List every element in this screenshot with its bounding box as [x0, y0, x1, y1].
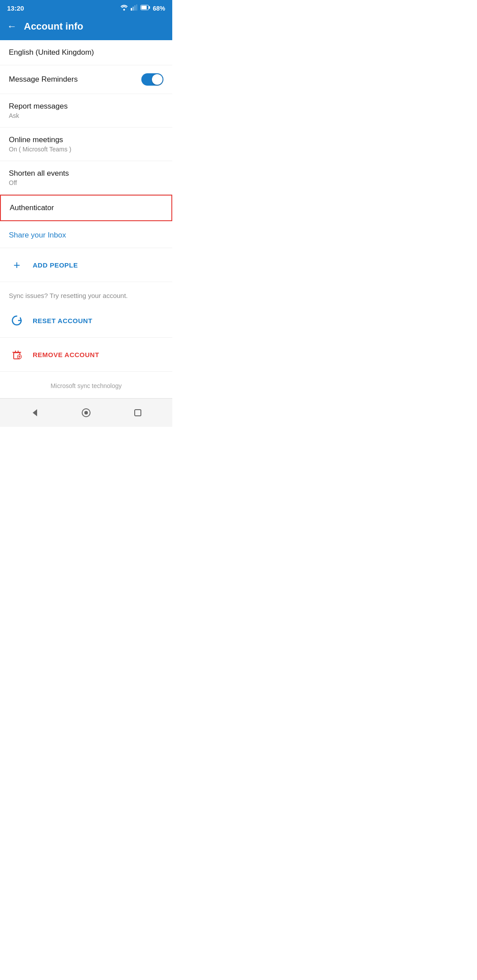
add-people-row[interactable]: + ADD PEOPLE: [0, 248, 172, 282]
svg-marker-16: [33, 409, 37, 416]
message-reminders-setting[interactable]: Message Reminders: [0, 65, 172, 94]
battery-percent: 68%: [153, 5, 165, 12]
nav-home-button[interactable]: [77, 404, 95, 422]
reset-account-icon: [9, 313, 25, 328]
svg-point-0: [123, 9, 125, 11]
remove-account-label: REMOVE ACCOUNT: [33, 351, 99, 358]
report-messages-setting[interactable]: Report messages Ask: [0, 94, 172, 128]
online-meetings-value: On ( Microsoft Teams ): [9, 146, 163, 153]
svg-rect-2: [132, 7, 134, 11]
add-people-label: ADD PEOPLE: [33, 261, 78, 269]
footer: Microsoft sync technology: [0, 372, 172, 398]
online-meetings-setting[interactable]: Online meetings On ( Microsoft Teams ): [0, 128, 172, 161]
shorten-events-label: Shorten all events: [9, 169, 163, 178]
battery-icon: [140, 5, 150, 11]
time: 13:20: [7, 4, 24, 12]
message-reminders-label: Message Reminders: [9, 75, 78, 84]
signal-icon: [131, 4, 138, 12]
language-value: English (United Kingdom): [9, 48, 163, 57]
nav-recent-button[interactable]: [129, 404, 147, 422]
svg-point-18: [84, 411, 88, 415]
svg-rect-6: [141, 6, 147, 9]
header: ← Account info: [0, 15, 172, 40]
online-meetings-label: Online meetings: [9, 136, 163, 144]
report-messages-label: Report messages: [9, 102, 163, 111]
remove-account-icon: [9, 347, 25, 362]
message-reminders-toggle[interactable]: [141, 73, 163, 86]
share-inbox-link[interactable]: Share your Inbox: [9, 231, 66, 239]
authenticator-setting[interactable]: Authenticator: [0, 195, 172, 221]
reset-account-row[interactable]: RESET ACCOUNT: [0, 304, 172, 338]
back-button[interactable]: ←: [7, 22, 17, 31]
svg-rect-4: [136, 4, 137, 11]
status-icons: 68%: [120, 4, 165, 12]
nav-bar: [0, 398, 172, 427]
svg-rect-19: [135, 410, 141, 416]
remove-account-row[interactable]: REMOVE ACCOUNT: [0, 338, 172, 372]
report-messages-value: Ask: [9, 112, 163, 119]
language-setting[interactable]: English (United Kingdom): [0, 40, 172, 65]
page-title: Account info: [24, 21, 83, 32]
plus-icon: +: [13, 259, 20, 271]
add-people-icon: +: [9, 257, 25, 273]
share-inbox-section[interactable]: Share your Inbox: [0, 221, 172, 248]
settings-content: English (United Kingdom) Message Reminde…: [0, 40, 172, 398]
message-reminders-text: Message Reminders: [9, 75, 78, 84]
authenticator-label: Authenticator: [10, 204, 163, 212]
status-bar: 13:20 68%: [0, 0, 172, 15]
svg-rect-1: [131, 8, 132, 11]
reset-account-label: RESET ACCOUNT: [33, 317, 92, 324]
shorten-events-setting[interactable]: Shorten all events Off: [0, 161, 172, 195]
svg-rect-7: [149, 6, 150, 9]
svg-rect-3: [134, 5, 136, 11]
wifi-icon: [120, 4, 128, 12]
nav-back-button[interactable]: [26, 404, 43, 422]
shorten-events-value: Off: [9, 179, 163, 186]
sync-hint: Sync issues? Try resetting your account.: [0, 282, 172, 304]
footer-text: Microsoft sync technology: [50, 382, 121, 389]
